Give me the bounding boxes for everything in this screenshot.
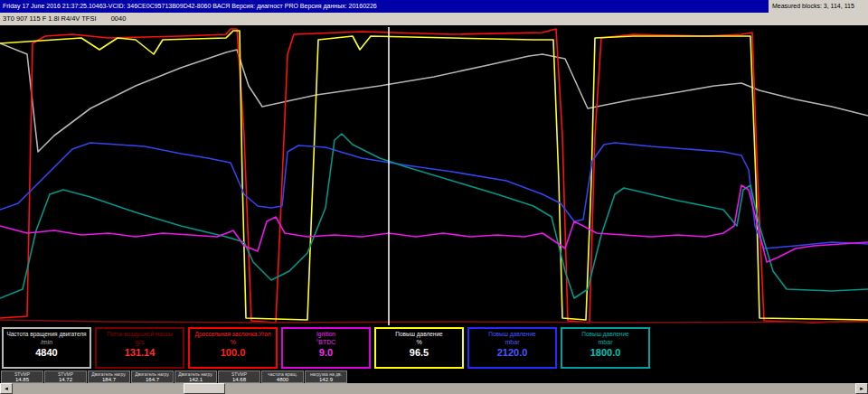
horizontal-scrollbar[interactable]: ◄ ► — [0, 383, 868, 394]
mini-box-value: 14.72 — [45, 377, 86, 382]
legend-value: 4840 — [4, 346, 90, 359]
mini-box-value: 14.68 — [219, 377, 259, 382]
legend-unit: °BTDC — [283, 338, 369, 346]
legend-label: Повыш давление — [469, 331, 555, 338]
trace-boost-actual — [0, 143, 868, 249]
legend-box[interactable]: Ignition°BTDC9.0 — [281, 327, 371, 369]
legend-value: 96.5 — [376, 346, 462, 359]
legend-label: Повыш давление — [562, 331, 648, 338]
mini-box[interactable]: STVMP14.85 — [1, 371, 43, 383]
legend-value: 1800.0 — [562, 346, 648, 359]
mini-box[interactable]: Двигатель нагру.142.1 — [175, 371, 217, 383]
legend-unit: % — [190, 338, 276, 346]
legend-label: Поток воздушной массы — [97, 331, 183, 338]
mini-box[interactable]: STVMP14.72 — [44, 371, 87, 383]
legend-label: Дроссельная заслонка Угол — [190, 331, 276, 338]
legend-label: Частота вращения двигателя — [4, 331, 90, 338]
mini-row: STVMP14.85STVMP14.72Двигатель нагру.184.… — [0, 371, 868, 383]
mini-box-value: 14.85 — [2, 377, 42, 382]
mini-box[interactable]: частота вращ.4800 — [261, 371, 304, 383]
legend-value: 100.0 — [190, 346, 276, 359]
mini-box-value: 142.9 — [306, 377, 346, 382]
ecu-code: 0040 — [111, 14, 127, 23]
legend-unit: g/s — [97, 338, 183, 346]
mini-box-value: 142.1 — [175, 377, 216, 382]
mini-box[interactable]: STVMP14.68 — [218, 371, 260, 383]
plot-area[interactable] — [0, 25, 868, 325]
legend-box[interactable]: Частота вращения двигателя/min4840 — [2, 327, 91, 369]
legend-value: 9.0 — [283, 346, 369, 359]
scroll-left-icon[interactable]: ◄ — [0, 383, 13, 394]
legend-row: Частота вращения двигателя/min4840Поток … — [0, 325, 868, 371]
legend-label: Повыш давление — [376, 331, 462, 338]
title-bar: Friday 17 June 2016 21:37:25.10463-VCID:… — [0, 0, 868, 13]
scrollbar-thumb[interactable] — [184, 383, 225, 394]
scrollbar-track[interactable] — [13, 383, 855, 394]
trace-boost-specified — [0, 134, 868, 298]
legend-box[interactable]: Повыш давлениеmbar2120.0 — [467, 327, 557, 369]
legend-box[interactable]: Поток воздушной массыg/s131.14 — [95, 327, 184, 369]
mini-box[interactable]: Двигатель нагру.164.7 — [131, 371, 174, 383]
mini-box[interactable]: Двигатель нагру.184.7 — [88, 371, 130, 383]
ecu-id: 3T0 907 115 F 1.8l R4/4V TFSI — [3, 14, 97, 23]
mini-box-value: 164.7 — [132, 377, 173, 382]
mini-box[interactable]: нагрузка на дв.142.9 — [305, 371, 347, 383]
legend-unit: % — [376, 338, 462, 346]
trace-plot — [0, 25, 868, 325]
legend-value: 2120.0 — [469, 346, 555, 359]
mini-box-value: 4800 — [262, 377, 303, 382]
legend-box[interactable]: Повыш давлениеmbar1800.0 — [561, 327, 650, 369]
measured-blocks-label: Measured blocks: 3, 114, 115 — [769, 0, 868, 13]
window-title: Friday 17 June 2016 21:37:25.10463-VCID:… — [0, 0, 769, 13]
scroll-right-icon[interactable]: ► — [855, 383, 868, 394]
legend-box[interactable]: Дроссельная заслонка Угол%100.0 — [188, 327, 278, 369]
legend-unit: mbar — [562, 338, 648, 346]
mini-box-value: 184.7 — [89, 377, 129, 382]
legend-unit: /min — [4, 338, 90, 346]
ecu-info-bar: 3T0 907 115 F 1.8l R4/4V TFSI 0040 — [0, 13, 868, 25]
vcds-window: Friday 17 June 2016 21:37:25.10463-VCID:… — [0, 0, 868, 394]
legend-box[interactable]: Повыш давление%96.5 — [374, 327, 464, 369]
trace-engine-speed — [0, 43, 868, 152]
trace-mass-airflow — [0, 320, 868, 323]
legend-unit: mbar — [469, 338, 555, 346]
legend-label: Ignition — [283, 331, 369, 338]
legend-value: 131.14 — [97, 346, 183, 359]
